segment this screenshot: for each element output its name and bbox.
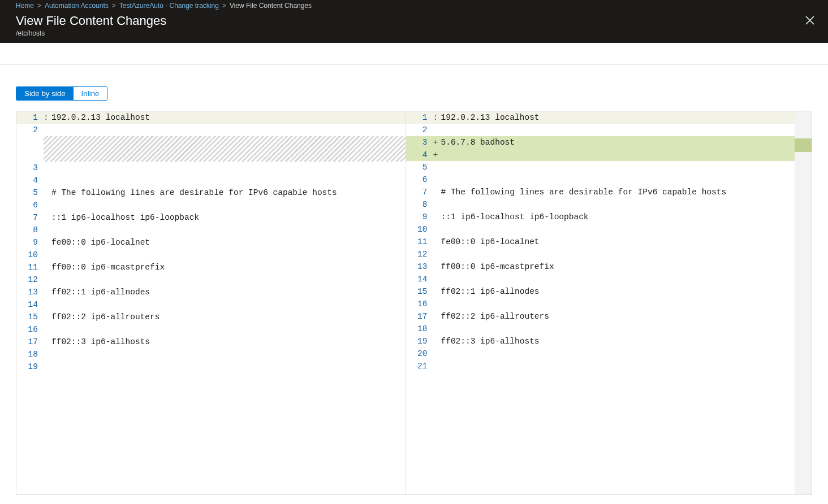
line-number: 19 bbox=[406, 335, 433, 347]
line-content bbox=[441, 323, 795, 335]
diff-line: 18 bbox=[16, 348, 406, 360]
line-number: 10 bbox=[16, 249, 44, 261]
diff-line: 17ff02::2 ip6-allrouters bbox=[406, 310, 795, 323]
diff-line: 5# The following lines are desirable for… bbox=[16, 186, 406, 199]
line-marker bbox=[433, 198, 441, 211]
breadcrumb-home[interactable]: Home bbox=[16, 2, 34, 10]
line-marker bbox=[433, 248, 441, 260]
line-marker bbox=[44, 323, 51, 336]
line-content bbox=[51, 360, 406, 373]
diff-line: 9::1 ip6-localhost ip6-loopback bbox=[406, 211, 795, 223]
diff-line bbox=[16, 136, 406, 162]
line-marker bbox=[433, 236, 441, 248]
line-marker bbox=[44, 186, 51, 199]
line-number: 3 bbox=[16, 162, 44, 174]
diff-line: 6 bbox=[16, 199, 406, 211]
line-marker bbox=[433, 223, 441, 236]
line-number: 14 bbox=[16, 298, 44, 311]
line-number: 4 bbox=[16, 174, 44, 186]
diff-line: 10 bbox=[16, 249, 406, 261]
line-marker bbox=[44, 298, 51, 311]
breadcrumb-automation[interactable]: Automation Accounts bbox=[45, 2, 109, 10]
line-content bbox=[51, 124, 406, 136]
line-number: 5 bbox=[406, 161, 433, 173]
diff-line: 12 bbox=[16, 273, 406, 286]
diff-line: 7# The following lines are desirable for… bbox=[406, 186, 795, 198]
line-marker bbox=[44, 236, 51, 249]
line-marker bbox=[433, 323, 441, 335]
diff-line: 16 bbox=[406, 298, 795, 310]
line-content bbox=[441, 223, 795, 236]
diff-line: 12 bbox=[406, 248, 795, 260]
diff-pane-left[interactable]: 1:192.0.2.13 localhost2345# The followin… bbox=[16, 111, 406, 494]
line-number: 8 bbox=[16, 224, 44, 236]
line-content bbox=[441, 149, 795, 161]
diff-line: 9fe00::0 ip6-localnet bbox=[16, 236, 406, 249]
diff-line: 15ff02::1 ip6-allnodes bbox=[406, 285, 795, 298]
line-number: 4 bbox=[406, 149, 433, 161]
diff-line: 11fe00::0 ip6-localnet bbox=[406, 236, 795, 248]
view-toggle: Side by side Inline bbox=[16, 86, 107, 101]
line-content bbox=[51, 224, 406, 236]
line-marker: + bbox=[433, 149, 441, 161]
line-marker bbox=[44, 174, 51, 186]
line-content bbox=[441, 273, 795, 285]
diff-line: 3 bbox=[16, 162, 406, 174]
toggle-side-by-side[interactable]: Side by side bbox=[16, 87, 74, 100]
line-content: ff02::1 ip6-allnodes bbox=[51, 286, 406, 298]
diff-line: 16 bbox=[16, 323, 406, 336]
line-number: 8 bbox=[406, 198, 433, 211]
toggle-inline[interactable]: Inline bbox=[74, 87, 107, 100]
line-marker bbox=[433, 285, 441, 298]
line-number: 13 bbox=[406, 260, 433, 273]
line-number: 19 bbox=[16, 360, 44, 373]
line-number bbox=[16, 136, 44, 162]
overview-ruler[interactable] bbox=[795, 111, 812, 494]
diff-pane-right[interactable]: 1:192.0.2.13 localhost23+5.6.7.8 badhost… bbox=[406, 111, 795, 494]
line-marker bbox=[433, 186, 441, 198]
line-content: fe00::0 ip6-localnet bbox=[441, 236, 795, 248]
breadcrumb-change-tracking[interactable]: TestAzureAuto - Change tracking bbox=[119, 2, 219, 10]
diff-line: 17ff02::3 ip6-allhosts bbox=[16, 336, 406, 348]
line-marker bbox=[44, 348, 51, 360]
line-number: 21 bbox=[406, 360, 433, 372]
diff-line: 7::1 ip6-localhost ip6-loopback bbox=[16, 211, 406, 224]
diff-container: 1:192.0.2.13 localhost2345# The followin… bbox=[16, 111, 812, 495]
line-number: 17 bbox=[16, 336, 44, 348]
close-button[interactable] bbox=[803, 14, 817, 29]
line-number: 5 bbox=[16, 186, 44, 199]
line-content: ff02::2 ip6-allrouters bbox=[51, 311, 406, 323]
diff-line: 2 bbox=[406, 124, 795, 136]
line-marker bbox=[44, 273, 51, 286]
line-content bbox=[51, 162, 406, 174]
line-content bbox=[441, 248, 795, 260]
line-content bbox=[51, 273, 406, 286]
line-content bbox=[441, 198, 795, 211]
page-title: View File Content Changes bbox=[16, 14, 166, 28]
breadcrumb-sep: > bbox=[222, 2, 226, 10]
line-marker bbox=[433, 211, 441, 223]
line-content: ff02::3 ip6-allhosts bbox=[51, 336, 406, 348]
line-content: # The following lines are desirable for … bbox=[51, 186, 406, 199]
line-content bbox=[441, 173, 795, 186]
line-content: ff02::1 ip6-allnodes bbox=[441, 285, 795, 298]
line-number: 9 bbox=[16, 236, 44, 249]
diff-line: 8 bbox=[16, 224, 406, 236]
line-number: 10 bbox=[406, 223, 433, 236]
diff-line: 20 bbox=[406, 347, 795, 360]
breadcrumb-sep: > bbox=[112, 2, 116, 10]
diff-line: 19ff02::3 ip6-allhosts bbox=[406, 335, 795, 347]
content-area: Side by side Inline 1:192.0.2.13 localho… bbox=[0, 64, 828, 504]
header-bar: Home > Automation Accounts > TestAzureAu… bbox=[0, 0, 828, 43]
diff-line: 1:192.0.2.13 localhost bbox=[406, 111, 795, 124]
line-number: 14 bbox=[406, 273, 433, 285]
line-marker bbox=[433, 124, 441, 136]
line-marker bbox=[44, 211, 51, 224]
line-marker bbox=[44, 124, 51, 136]
line-content bbox=[51, 174, 406, 186]
line-content bbox=[51, 298, 406, 311]
line-number: 20 bbox=[406, 347, 433, 360]
line-content: # The following lines are desirable for … bbox=[441, 186, 795, 198]
line-number: 6 bbox=[406, 173, 433, 186]
line-content bbox=[51, 249, 406, 261]
